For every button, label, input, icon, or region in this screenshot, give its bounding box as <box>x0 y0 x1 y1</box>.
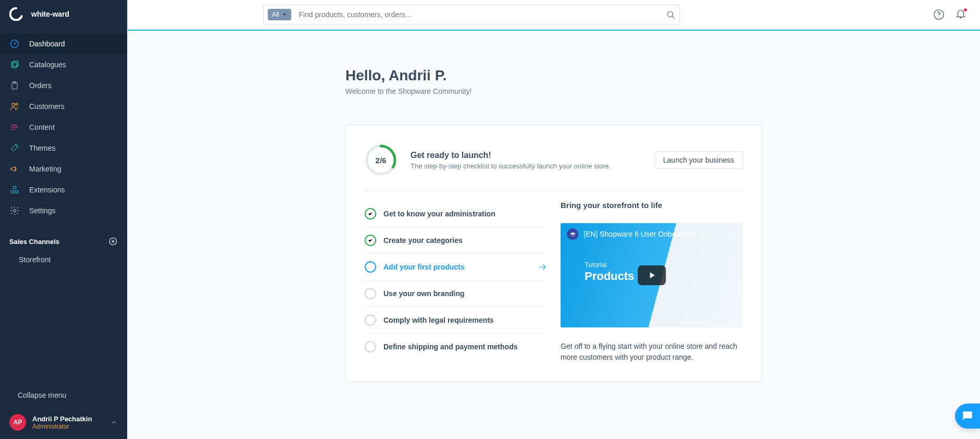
onboarding-card: 2/6 Get ready to launch! The step-by-ste… <box>345 125 762 382</box>
chevron-down-icon <box>282 12 287 17</box>
checklist-label: Create your categories <box>383 236 547 245</box>
check-circle-icon <box>365 261 376 273</box>
check-circle-icon <box>365 288 376 299</box>
launch-business-button[interactable]: Launch your business <box>654 151 743 169</box>
sales-channels-label: Sales Channels <box>9 238 59 246</box>
launch-title: Get ready to launch! <box>411 151 641 160</box>
launch-row: 2/6 Get ready to launch! The step-by-ste… <box>365 144 743 191</box>
main: All Hello, Andrii P. Welcome to the Shop… <box>127 0 980 439</box>
content-icon <box>9 122 20 132</box>
people-icon <box>9 101 20 112</box>
user-name: Andrii P Pechatkin <box>32 415 104 423</box>
gauge-icon <box>9 39 20 49</box>
chevron-up-icon <box>110 419 118 426</box>
user-menu-button[interactable]: AP Andrii P Pechatkin Administrator <box>0 406 127 439</box>
extensions-icon <box>9 185 20 195</box>
video-more-icon: ⋮ <box>728 229 738 241</box>
page-sub: Welcome to the Shopware Community! <box>345 87 762 95</box>
global-search[interactable]: All <box>263 5 680 25</box>
nav-label: Extensions <box>29 186 65 194</box>
nav-item-content[interactable]: Content <box>0 117 127 138</box>
checklist-label: Define shipping and payment methods <box>383 343 547 351</box>
channel-label: Storefront <box>19 255 51 264</box>
promo-panel: Bring your storefront to life [EN] Shopw… <box>561 201 743 363</box>
checklist-item[interactable]: Add your first products <box>365 254 547 281</box>
nav-item-dashboard[interactable]: Dashboard <box>0 33 127 54</box>
progress-ring: 2/6 <box>365 144 397 176</box>
catalogues-icon <box>9 59 20 70</box>
launch-sub: The step-by-step checklist to successful… <box>411 162 641 170</box>
checklist-item[interactable]: Create your categories <box>365 227 547 254</box>
svg-rect-2 <box>11 63 17 68</box>
promo-description: Get off to a flying start with your onli… <box>561 341 743 363</box>
add-sales-channel-icon[interactable] <box>108 237 118 246</box>
themes-icon <box>9 143 20 153</box>
checklist-label: Get to know your administration <box>383 210 547 218</box>
nav-label: Settings <box>29 206 56 215</box>
video-title: [EN] Shopware 6 User Onboarding - P… <box>584 230 715 238</box>
topbar-actions <box>933 8 980 21</box>
svg-point-6 <box>12 103 15 106</box>
checklist-label: Comply with legal requirements <box>383 316 547 324</box>
sales-channels-header: Sales Channels <box>0 227 127 250</box>
svg-point-7 <box>16 103 18 105</box>
svg-rect-13 <box>16 191 18 193</box>
video-overlay-text: Tutorial Products <box>585 261 634 283</box>
nav-label: Marketing <box>29 165 61 173</box>
svg-rect-12 <box>11 191 14 193</box>
help-icon[interactable] <box>933 9 945 20</box>
nav-label: Themes <box>29 144 56 152</box>
page-greeting: Hello, Andrii P. <box>345 67 762 84</box>
svg-rect-11 <box>14 186 16 189</box>
checklist-item[interactable]: Comply with legal requirements <box>365 307 547 334</box>
svg-point-14 <box>14 210 16 212</box>
nav-label: Orders <box>29 81 52 90</box>
nav-label: Content <box>29 123 55 131</box>
check-done-icon <box>365 208 376 219</box>
nav-item-settings[interactable]: Settings <box>0 200 127 221</box>
user-role: Administrator <box>32 423 104 430</box>
svg-point-23 <box>938 17 939 17</box>
checklist: Get to know your administrationCreate yo… <box>365 201 547 363</box>
sidebar-header: white-ward <box>0 0 127 28</box>
nav-label: Catalogues <box>29 60 66 69</box>
support-chat-button[interactable] <box>955 404 980 429</box>
main-nav: DashboardCataloguesOrdersCustomersConten… <box>0 33 127 221</box>
shopware-logo-icon <box>9 7 23 21</box>
arrow-right-icon <box>538 262 547 272</box>
nav-item-orders[interactable]: Orders <box>0 75 127 96</box>
search-scope-selector[interactable]: All <box>268 9 291 20</box>
onboarding-video[interactable]: [EN] Shopware 6 User Onboarding - P… ⋮ T… <box>561 223 743 327</box>
graduation-cap-icon <box>567 228 578 240</box>
progress-text: 2/6 <box>365 144 397 176</box>
svg-rect-3 <box>13 61 18 66</box>
play-icon <box>638 265 666 285</box>
check-done-icon <box>365 235 376 246</box>
check-circle-icon <box>365 314 376 326</box>
brand-name: white-ward <box>31 10 69 18</box>
search-scope-label: All <box>272 11 279 18</box>
collapse-menu-button[interactable]: Collapse menu <box>0 385 127 406</box>
nav-label: Customers <box>29 102 65 111</box>
notifications-button[interactable] <box>955 8 966 21</box>
topbar: All <box>128 0 980 30</box>
checklist-item[interactable]: Use your own branding <box>365 281 547 307</box>
sidebar: white-ward DashboardCataloguesOrdersCust… <box>0 0 127 439</box>
search-icon[interactable] <box>666 10 675 19</box>
checklist-label: Add your first products <box>383 263 530 271</box>
checklist-item[interactable]: Get to know your administration <box>365 201 547 227</box>
check-circle-icon <box>365 341 376 352</box>
nav-item-themes[interactable]: Themes <box>0 138 127 158</box>
nav-item-marketing[interactable]: Marketing <box>0 158 127 179</box>
svg-point-1 <box>14 43 16 45</box>
nav-item-extensions[interactable]: Extensions <box>0 179 127 200</box>
user-info: Andrii P Pechatkin Administrator <box>32 415 104 430</box>
checklist-item[interactable]: Define shipping and payment methods <box>365 334 547 360</box>
nav-item-customers[interactable]: Customers <box>0 96 127 117</box>
search-input[interactable] <box>299 10 666 19</box>
notifications-dot <box>963 8 967 12</box>
checklist-label: Use your own branding <box>383 289 547 298</box>
nav-item-catalogues[interactable]: Catalogues <box>0 54 127 75</box>
sales-channel-storefront[interactable]: Storefront <box>0 250 127 269</box>
user-avatar: AP <box>9 414 26 431</box>
